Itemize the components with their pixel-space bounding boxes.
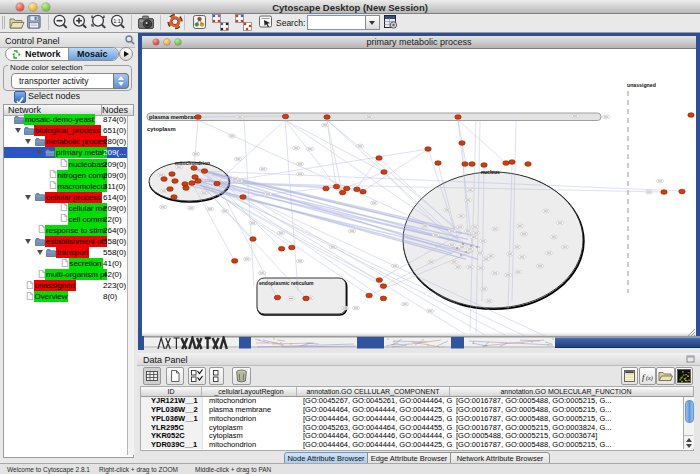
svg-text:(x): (x) [646, 375, 653, 382]
svg-text:mitochondrion: mitochondrion [175, 160, 210, 166]
svg-text:plasma membrane: plasma membrane [149, 114, 201, 120]
svg-text:unassigned: unassigned [627, 82, 656, 88]
svg-text:cytoplasm: cytoplasm [147, 126, 176, 132]
svg-text:endoplasmic reticulum: endoplasmic reticulum [259, 280, 314, 286]
svg-text:nucleus: nucleus [481, 169, 500, 175]
svg-text:1:1: 1:1 [113, 18, 121, 24]
